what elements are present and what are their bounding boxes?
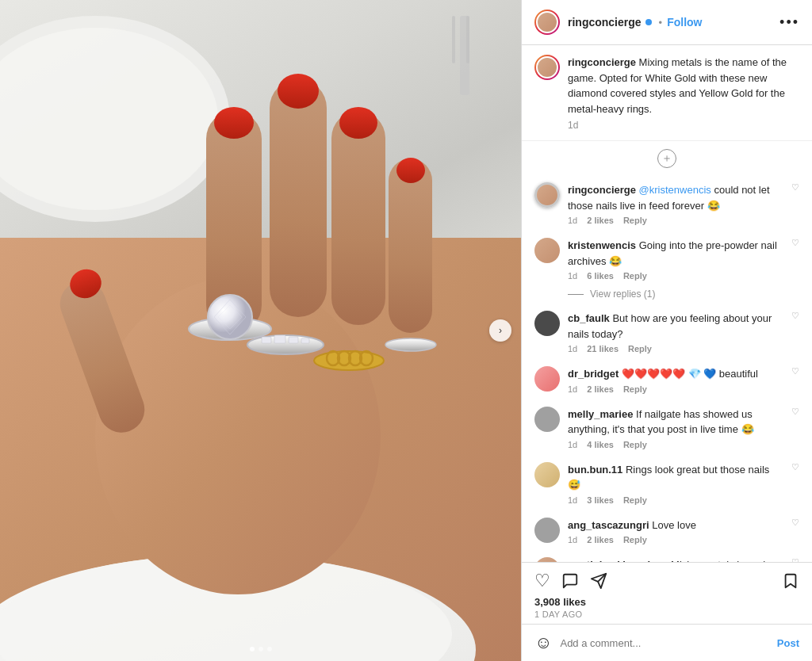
svg-point-34 [385, 338, 436, 351]
svg-rect-4 [452, 16, 455, 63]
comment-reply-btn[interactable]: Reply [623, 440, 647, 449]
comment-heart-btn[interactable]: ♡ [791, 366, 799, 376]
comment-meta: 1d 21 likes Reply [568, 344, 783, 353]
comment-meta: 1d 2 likes Reply [568, 535, 783, 544]
comment-content: melly_mariee If nailgate has showed us a… [568, 407, 783, 449]
post-time: 1 DAY AGO [534, 609, 799, 619]
comments-list: ringconcierge @kristenwencis could not l… [522, 176, 812, 562]
comment-time: 1d [568, 271, 577, 281]
comment-username[interactable]: bun.bun.11 [568, 464, 622, 476]
comment-item: cb_faulk But how are you feeling about y… [534, 304, 799, 360]
caption-avatar[interactable] [534, 55, 560, 80]
post-image: › [0, 0, 521, 661]
comment-heart-btn[interactable]: ♡ [791, 238, 799, 248]
comment-avatar[interactable] [534, 366, 560, 392]
caption-text: ringconcierge Mixing metals is the name … [568, 55, 799, 117]
load-more-comments[interactable]: ＋ [522, 141, 812, 176]
comment-reply-btn[interactable]: Reply [628, 344, 652, 353]
comment-item: melly_mariee If nailgate has showed us a… [534, 400, 799, 456]
like-button[interactable]: ♡ [534, 571, 550, 591]
comment-item: bun.bun.11 Rings look great but those na… [534, 456, 799, 511]
comment-username[interactable]: ang_tascazungri [568, 519, 649, 531]
svg-rect-5 [466, 16, 469, 63]
comment-time: 1d [568, 495, 577, 505]
comment-heart-btn[interactable]: ♡ [791, 518, 799, 528]
comment-content: cb_faulk But how are you feeling about y… [568, 311, 783, 353]
comment-content: ang_tascazungri Love love 1d 2 likes Rep… [568, 518, 783, 545]
circle-plus-icon[interactable]: ＋ [657, 149, 676, 168]
comment-time: 1d [568, 440, 577, 449]
image-dot-indicators [250, 647, 272, 651]
dot-3 [267, 647, 272, 651]
svg-rect-26 [274, 335, 285, 343]
next-image-button[interactable]: › [489, 319, 511, 342]
comment-avatar[interactable] [534, 407, 560, 432]
comment-body: ❤️❤️❤️❤️❤️ 💎 💙 beautiful [622, 368, 758, 380]
follow-button[interactable]: Follow [667, 16, 702, 29]
comment-reply-btn[interactable]: Reply [623, 271, 647, 281]
comment-heart-btn[interactable]: ♡ [791, 182, 799, 193]
caption-author: ringconcierge Mixing metals is the name … [534, 55, 799, 131]
dot-2 [259, 647, 263, 651]
comment-heart-btn[interactable]: ♡ [791, 311, 799, 321]
comment-meta: 1d 2 likes Reply [568, 384, 783, 394]
comment-reply-btn[interactable]: Reply [623, 495, 647, 505]
comment-button[interactable] [561, 572, 579, 590]
separator: • [659, 17, 663, 29]
more-options-button[interactable]: ••• [779, 15, 799, 29]
comment-avatar[interactable] [534, 238, 560, 263]
comment-input[interactable] [560, 637, 768, 649]
svg-point-13 [278, 74, 319, 109]
comment-reply-btn[interactable]: Reply [623, 384, 647, 394]
svg-point-17 [396, 158, 425, 183]
likes-count: 3,908 likes [534, 596, 799, 608]
comment-item: ang_tascazungri Love love 1d 2 likes Rep… [534, 511, 799, 552]
action-icons: ♡ [534, 571, 799, 591]
view-replies-label[interactable]: View replies (1) [590, 288, 655, 300]
svg-rect-28 [301, 338, 309, 343]
svg-rect-14 [331, 111, 385, 325]
header-username[interactable]: ringconcierge [568, 16, 642, 29]
comment-item: martinimaking plans Mixing metals is suc… [534, 551, 799, 562]
emoji-button[interactable]: ☺ [534, 632, 552, 653]
comment-reply-btn[interactable]: Reply [623, 535, 647, 544]
comment-username[interactable]: melly_mariee [568, 408, 633, 420]
post-sidebar: ringconcierge • Follow ••• ringconcierge… [521, 0, 812, 661]
comment-username[interactable]: dr_bridget [568, 368, 619, 380]
comment-likes: 21 likes [587, 344, 619, 353]
svg-rect-27 [289, 337, 298, 343]
comment-likes: 2 likes [587, 216, 614, 225]
comment-avatar[interactable] [534, 462, 560, 487]
caption-username[interactable]: ringconcierge [568, 56, 636, 68]
post-comment-button[interactable]: Post [777, 637, 799, 649]
comment-content: kristenwencis Going into the pre-powder … [568, 238, 783, 281]
comment-reply-btn[interactable]: Reply [623, 216, 647, 225]
comment-likes: 4 likes [587, 440, 614, 449]
verified-badge [645, 19, 652, 25]
header-avatar[interactable] [534, 10, 560, 35]
comment-avatar[interactable] [534, 311, 560, 336]
comment-time: 1d [568, 535, 577, 544]
svg-point-15 [339, 107, 377, 139]
comment-username[interactable]: cb_faulk [568, 312, 610, 324]
caption-time: 1d [568, 120, 799, 131]
action-bar: ♡ 3,908 likes 1 DAY AGO [522, 562, 812, 624]
comment-likes: 2 likes [587, 384, 614, 394]
comment-avatar[interactable] [534, 518, 560, 543]
post-header: ringconcierge • Follow ••• [522, 0, 812, 45]
comment-item: ringconcierge @kristenwencis could not l… [534, 176, 799, 231]
bookmark-button[interactable] [782, 572, 799, 590]
comment-heart-btn[interactable]: ♡ [791, 407, 799, 417]
comment-input-bar: ☺ Post [522, 624, 812, 661]
comment-item: dr_bridget ❤️❤️❤️❤️❤️ 💎 💙 beautiful 1d 2… [534, 360, 799, 400]
comment-time: 1d [568, 216, 577, 225]
share-button[interactable] [590, 572, 607, 590]
comment-mention[interactable]: @kristenwencis [639, 184, 711, 196]
view-replies-btn[interactable]: View replies (1) [568, 288, 799, 300]
comment-username[interactable]: ringconcierge [568, 184, 636, 196]
svg-rect-12 [270, 79, 327, 317]
dot-1 [250, 647, 255, 651]
comment-heart-btn[interactable]: ♡ [791, 462, 799, 472]
comment-username[interactable]: kristenwencis [568, 239, 636, 251]
comment-avatar[interactable] [534, 182, 560, 208]
